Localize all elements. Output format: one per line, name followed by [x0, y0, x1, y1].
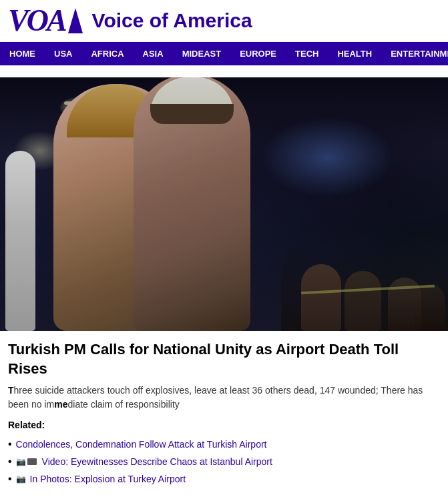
nav-europe[interactable]: EUROPE	[230, 42, 286, 65]
related-link-1[interactable]: Condolences, Condemnation Follow Attack …	[16, 439, 267, 450]
related-link-3[interactable]: In Photos: Explosion at Turkey Airport	[30, 474, 186, 484]
nav-mideast[interactable]: MIDEAST	[173, 42, 231, 65]
nav-health[interactable]: HEALTH	[328, 42, 381, 65]
site-logo[interactable]: VOA Voice of America	[8, 5, 252, 36]
main-image	[0, 77, 448, 331]
video-icon: 📷	[16, 457, 38, 466]
nav-home[interactable]: HOME	[0, 42, 45, 65]
subtitle-bold-me: me	[54, 399, 67, 410]
related-item-1: Condolences, Condemnation Follow Attack …	[8, 436, 440, 453]
article-title: Turkish PM Calls for National Unity as A…	[8, 340, 440, 378]
video-camera-icon	[27, 458, 37, 465]
nav-asia[interactable]: ASIA	[134, 42, 173, 65]
site-header: VOA Voice of America	[0, 0, 448, 42]
photo-overlay	[0, 77, 448, 331]
nav-usa[interactable]: USA	[45, 42, 81, 65]
related-item-2: 📷 Video: Eyewitnesses Describe Chaos at …	[8, 453, 440, 470]
brand-name: Voice of America	[92, 9, 252, 32]
voa-triangle-icon	[68, 8, 83, 33]
spacer	[0, 65, 448, 77]
nav-tech[interactable]: TECH	[286, 42, 328, 65]
svg-marker-0	[68, 8, 83, 33]
nav-entertainment[interactable]: ENTERTAINMENT	[381, 42, 448, 65]
related-item-3: 📷 In Photos: Explosion at Turkey Airport	[8, 470, 440, 488]
related-label: Related:	[8, 420, 440, 430]
subtitle-text2: diate claim of responsibility	[68, 399, 180, 410]
nav-africa[interactable]: AFRICA	[81, 42, 133, 65]
related-items-list: Condolences, Condemnation Follow Attack …	[8, 436, 440, 488]
camera-icon: 📷	[16, 474, 26, 484]
subtitle-bold-t: T	[8, 385, 14, 396]
main-nav: HOME USA AFRICA ASIA MIDEAST EUROPE TECH…	[0, 42, 448, 65]
related-link-2[interactable]: Video: Eyewitnesses Describe Chaos at Is…	[42, 456, 272, 467]
voa-letters: VOA	[8, 5, 65, 36]
article-body: Turkish PM Calls for National Unity as A…	[0, 331, 448, 501]
article-subtitle: Three suicide attackers touch off explos…	[8, 384, 440, 412]
